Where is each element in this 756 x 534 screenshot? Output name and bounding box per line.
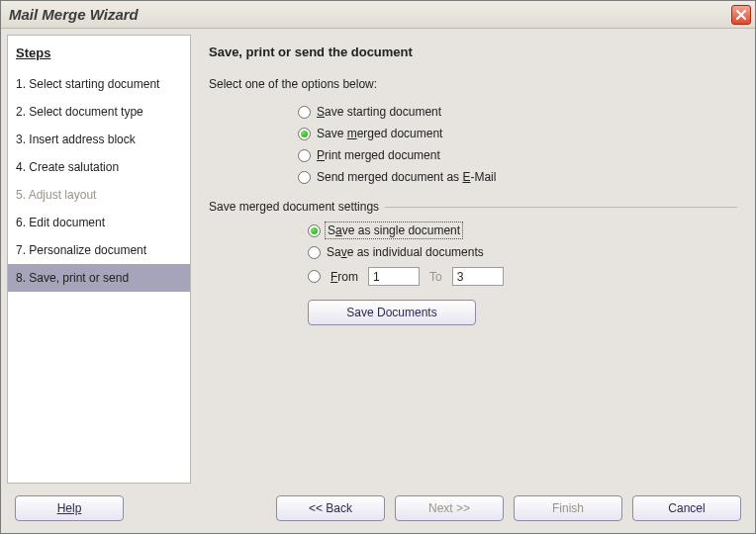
page-heading: Save, print or send the document: [209, 44, 737, 59]
steps-list: 1. Select starting document 2. Select do…: [8, 70, 190, 292]
setting-save-single[interactable]: Save as single document: [209, 220, 737, 241]
step-8[interactable]: 8. Save, print or send: [8, 264, 190, 292]
setting-label: Save as single document: [327, 223, 461, 237]
step-3[interactable]: 3. Insert address block: [8, 126, 190, 153]
dialog-footer: Help << Back Next >> Finish Cancel: [1, 490, 755, 533]
radio-icon: [308, 224, 321, 237]
next-button: Next >>: [395, 495, 504, 521]
steps-header: Steps: [8, 45, 190, 70]
window-title: Mail Merge Wizard: [9, 6, 731, 23]
main-panel: Save, print or send the document Select …: [191, 29, 755, 490]
mail-merge-dialog: Mail Merge Wizard Steps 1. Select starti…: [0, 0, 756, 534]
cancel-button[interactable]: Cancel: [632, 495, 741, 521]
radio-icon[interactable]: [308, 270, 321, 283]
help-button[interactable]: Help: [15, 495, 124, 521]
step-6[interactable]: 6. Edit document: [8, 209, 190, 236]
option-save-starting[interactable]: Save starting document: [209, 101, 737, 123]
options-prompt: Select one of the options below:: [209, 77, 737, 91]
option-label: Print merged document: [317, 148, 440, 162]
close-button[interactable]: [731, 5, 751, 25]
settings-section-title: Save merged document settings: [209, 200, 737, 214]
save-documents-row: Save Documents: [209, 290, 737, 325]
from-label: From: [331, 270, 358, 284]
divider: [385, 207, 737, 208]
title-bar: Mail Merge Wizard: [1, 1, 755, 29]
close-icon: [735, 9, 747, 21]
option-send-email[interactable]: Send merged document as E-Mail: [209, 166, 737, 188]
radio-icon: [298, 171, 311, 184]
step-7[interactable]: 7. Personalize document: [8, 236, 190, 264]
to-label: To: [429, 270, 442, 284]
to-input[interactable]: [452, 267, 504, 286]
setting-save-individual[interactable]: Save as individual documents: [209, 241, 737, 263]
radio-icon: [298, 106, 311, 119]
setting-from-row: From To: [209, 263, 737, 290]
radio-icon: [308, 246, 321, 259]
save-documents-button[interactable]: Save Documents: [308, 300, 476, 325]
option-print-merged[interactable]: Print merged document: [209, 144, 737, 166]
step-1[interactable]: 1. Select starting document: [8, 70, 190, 98]
step-2[interactable]: 2. Select document type: [8, 98, 190, 126]
radio-icon: [298, 149, 311, 162]
step-5: 5. Adjust layout: [8, 181, 190, 209]
option-label: Send merged document as E-Mail: [317, 170, 496, 184]
dialog-body: Steps 1. Select starting document 2. Sel…: [1, 29, 755, 490]
finish-button: Finish: [514, 495, 622, 521]
option-save-merged[interactable]: Save merged document: [209, 123, 737, 144]
steps-sidebar: Steps 1. Select starting document 2. Sel…: [7, 35, 191, 484]
step-4[interactable]: 4. Create salutation: [8, 153, 190, 181]
radio-icon: [298, 128, 311, 140]
from-input[interactable]: [368, 267, 420, 286]
option-label: Save merged document: [317, 127, 442, 140]
option-label: Save starting document: [317, 105, 441, 119]
back-button[interactable]: << Back: [276, 495, 385, 521]
setting-label: Save as individual documents: [327, 245, 484, 259]
